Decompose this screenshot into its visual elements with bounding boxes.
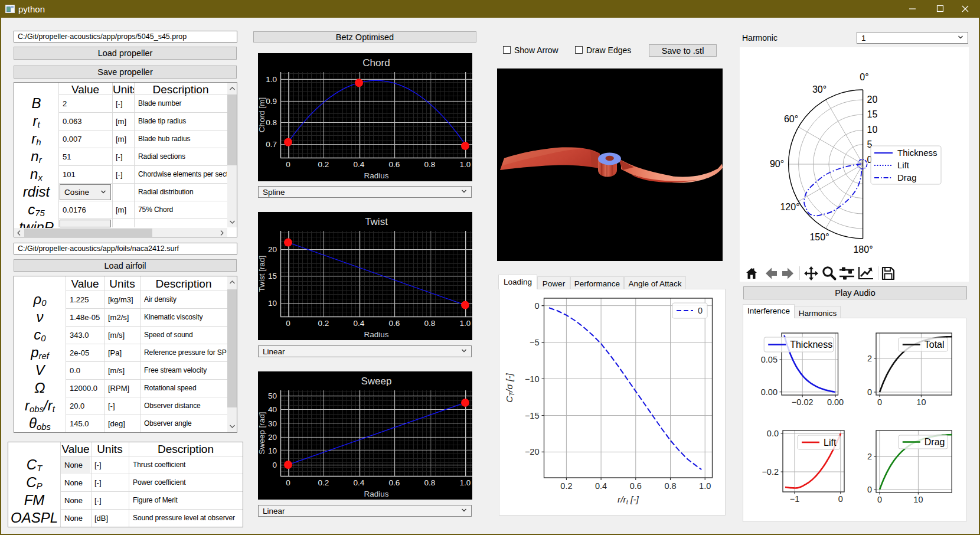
svg-text:0.05: 0.05 xyxy=(760,355,777,364)
svg-text:Lift: Lift xyxy=(897,160,910,170)
svg-text:0.8: 0.8 xyxy=(424,319,436,328)
svg-text:20: 20 xyxy=(268,433,277,442)
svg-text:30: 30 xyxy=(268,419,277,428)
svg-text:0: 0 xyxy=(877,495,882,504)
svg-text:15: 15 xyxy=(867,109,878,119)
svg-text:0.2: 0.2 xyxy=(318,160,329,169)
svg-text:0.8: 0.8 xyxy=(424,478,436,487)
svg-text:r/rt [-]: r/rt [-] xyxy=(618,494,639,505)
svg-text:Drag: Drag xyxy=(924,437,945,447)
svg-text:1.0: 1.0 xyxy=(699,481,711,491)
svg-text:180°: 180° xyxy=(853,244,873,255)
svg-text:−15: −15 xyxy=(525,411,540,420)
svg-text:20: 20 xyxy=(268,245,277,254)
svg-text:Chord: Chord xyxy=(362,57,390,68)
svg-text:CT/σ [-]: CT/σ [-] xyxy=(504,373,515,402)
svg-text:0: 0 xyxy=(698,306,703,315)
svg-text:0.00: 0.00 xyxy=(760,387,777,397)
svg-text:10: 10 xyxy=(913,495,923,504)
svg-text:0.4: 0.4 xyxy=(595,481,607,491)
svg-text:20: 20 xyxy=(867,94,878,105)
svg-text:0.4: 0.4 xyxy=(354,319,365,328)
svg-text:−20: −20 xyxy=(525,447,540,456)
svg-text:0.0: 0.0 xyxy=(767,429,779,438)
svg-text:2: 2 xyxy=(867,354,872,363)
svg-text:150°: 150° xyxy=(809,232,829,242)
svg-text:0.8: 0.8 xyxy=(424,160,436,169)
svg-text:10: 10 xyxy=(916,397,926,407)
svg-text:0.6: 0.6 xyxy=(389,319,400,328)
svg-text:−0.2: −0.2 xyxy=(762,467,779,477)
svg-text:10: 10 xyxy=(867,125,878,135)
svg-text:0.6: 0.6 xyxy=(389,478,400,487)
svg-text:Radius: Radius xyxy=(364,490,388,498)
svg-text:Total: Total xyxy=(924,340,944,350)
svg-text:0: 0 xyxy=(272,461,277,469)
svg-text:Chord [m]: Chord [m] xyxy=(258,97,266,132)
svg-text:0.7: 0.7 xyxy=(266,140,277,149)
svg-text:Drag: Drag xyxy=(897,172,917,182)
svg-text:60°: 60° xyxy=(784,114,798,124)
svg-text:0: 0 xyxy=(286,319,290,328)
svg-text:90°: 90° xyxy=(770,159,784,169)
svg-text:−1: −1 xyxy=(790,494,800,504)
svg-text:1.0: 1.0 xyxy=(460,478,471,487)
svg-text:Radius: Radius xyxy=(364,330,388,339)
svg-text:0.8: 0.8 xyxy=(266,118,277,127)
svg-text:Twist [rad]: Twist [rad] xyxy=(258,256,266,292)
svg-text:0: 0 xyxy=(877,397,882,407)
svg-text:0.2: 0.2 xyxy=(560,481,572,491)
svg-text:40: 40 xyxy=(268,405,277,414)
svg-text:0: 0 xyxy=(286,160,290,169)
svg-text:15: 15 xyxy=(268,272,277,280)
svg-text:50: 50 xyxy=(268,392,277,400)
svg-text:120°: 120° xyxy=(780,202,799,212)
svg-text:Thickness: Thickness xyxy=(897,148,937,158)
svg-text:0.6: 0.6 xyxy=(389,160,400,169)
svg-text:0°: 0° xyxy=(860,72,868,82)
svg-text:0.2: 0.2 xyxy=(318,319,329,328)
svg-text:10: 10 xyxy=(268,299,277,308)
svg-text:30°: 30° xyxy=(812,84,827,94)
svg-text:Thickness: Thickness xyxy=(790,340,832,350)
svg-text:1.0: 1.0 xyxy=(460,160,471,169)
svg-text:2: 2 xyxy=(867,452,872,462)
svg-text:0.8: 0.8 xyxy=(664,481,676,491)
svg-text:−5: −5 xyxy=(530,338,540,347)
svg-text:Sweep: Sweep xyxy=(361,376,392,387)
svg-text:0: 0 xyxy=(534,301,539,311)
svg-text:0.4: 0.4 xyxy=(354,160,365,169)
svg-text:Twist: Twist xyxy=(365,216,388,227)
svg-text:Radius: Radius xyxy=(364,171,388,180)
svg-text:0.2: 0.2 xyxy=(318,478,329,487)
svg-text:Sweep [rad]: Sweep [rad] xyxy=(258,412,266,454)
svg-text:0: 0 xyxy=(867,485,872,494)
svg-text:1.0: 1.0 xyxy=(266,75,277,84)
svg-text:0.6: 0.6 xyxy=(630,481,642,491)
svg-text:0.9: 0.9 xyxy=(266,97,277,106)
svg-text:1.0: 1.0 xyxy=(460,319,471,328)
svg-text:0.4: 0.4 xyxy=(354,478,365,487)
svg-text:0: 0 xyxy=(867,387,872,397)
svg-text:−10: −10 xyxy=(525,374,540,384)
svg-text:−0.02: −0.02 xyxy=(791,397,813,407)
svg-text:10: 10 xyxy=(268,446,277,455)
svg-text:0: 0 xyxy=(286,478,290,487)
